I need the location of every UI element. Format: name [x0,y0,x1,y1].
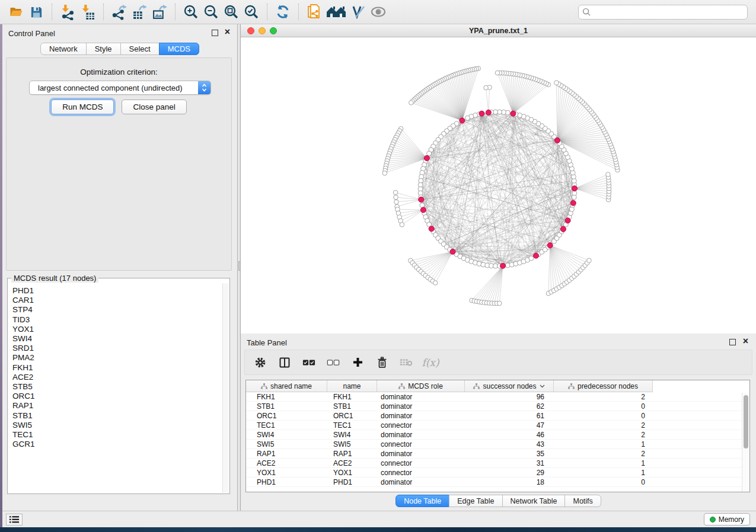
cell-shared_name[interactable]: STB1 [246,402,327,411]
cell-name[interactable]: YOX1 [327,468,377,477]
cell-mcds_role[interactable]: dominator [377,449,465,458]
cell-predecessor_nodes[interactable]: 0 [554,477,653,486]
cell-predecessor_nodes[interactable]: 1 [554,459,653,467]
criterion-dropdown[interactable]: largest connected component (undirected) [29,81,211,95]
cell-mcds_role[interactable]: dominator [377,430,465,439]
mcds-result-item[interactable]: FKH1 [12,363,221,373]
close-icon[interactable]: × [743,336,748,347]
apply-layout-button[interactable] [273,2,293,22]
mcds-result-item[interactable]: TID3 [12,315,221,325]
cell-name[interactable]: ACE2 [327,459,377,467]
cell-name[interactable]: RAP1 [327,449,377,458]
import-table-button[interactable] [78,2,98,22]
zoom-selected-button[interactable] [241,2,261,22]
open-session-button[interactable] [6,2,26,22]
column-header-MCDS-role[interactable]: MCDS role [377,380,465,392]
mcds-result-item[interactable]: ACE2 [12,373,221,382]
cell-shared_name[interactable]: YOX1 [246,468,327,477]
scrollbar-thumb[interactable] [744,395,748,448]
share-document-button[interactable] [304,2,324,22]
deselect-all-button[interactable] [326,355,340,370]
network-home-button[interactable] [324,2,348,22]
mcds-result-item[interactable]: STP4 [12,305,221,315]
tab-select[interactable]: Select [120,43,160,55]
mcds-result-item[interactable]: PHD1 [12,286,221,296]
table-row[interactable]: YOX1YOX1connector291 [246,468,749,477]
function-builder-button-disabled[interactable]: f(x) [423,355,438,370]
cell-name[interactable]: SWI5 [327,440,377,448]
cell-shared_name[interactable]: PHD1 [246,477,327,486]
show-hide-button[interactable] [368,2,388,22]
tab-node-table[interactable]: Node Table [395,495,449,507]
table-settings-button[interactable] [253,355,267,370]
table-row[interactable]: SWI4SWI4dominator462 [246,430,749,440]
cell-successor_nodes[interactable]: 31 [465,459,554,467]
table-row[interactable]: ACE2ACE2connector311 [246,459,749,468]
mcds-result-item[interactable]: SWI4 [12,334,221,344]
tab-motifs[interactable]: Motifs [564,495,601,507]
cell-name[interactable]: FKH1 [327,392,377,401]
table-row[interactable]: RAP1RAP1dominator352 [246,449,749,459]
cell-predecessor_nodes[interactable]: 1 [554,468,653,477]
column-header-name[interactable]: name [327,380,377,392]
float-window-icon[interactable] [729,339,736,345]
export-table-button[interactable] [129,2,149,22]
cell-shared_name[interactable]: FKH1 [246,392,327,401]
mcds-result-item[interactable]: GCR1 [12,440,221,449]
table-row[interactable]: ORC1ORC1dominator610 [246,411,749,421]
cell-predecessor_nodes[interactable]: 2 [554,392,653,401]
cell-shared_name[interactable]: TEC1 [246,421,327,430]
import-network-button[interactable] [58,2,78,22]
cell-successor_nodes[interactable]: 96 [465,392,554,401]
table-row[interactable]: SWI5SWI5connector431 [246,440,749,449]
cell-name[interactable]: ORC1 [327,411,377,420]
save-session-button[interactable] [26,2,46,22]
column-header-successor-nodes[interactable]: successor nodes [465,380,554,392]
cell-successor_nodes[interactable]: 46 [465,430,554,439]
tab-edge-table[interactable]: Edge Table [449,495,502,507]
cell-name[interactable]: PHD1 [327,477,377,486]
cell-mcds_role[interactable]: dominator [377,411,465,420]
cell-shared_name[interactable]: SWI5 [246,440,327,448]
close-panel-button[interactable]: Close panel [122,100,186,114]
cell-successor_nodes[interactable]: 43 [465,440,554,448]
memory-button[interactable]: Memory [704,513,750,525]
zoom-out-button[interactable] [201,2,221,22]
toggle-graphics-button[interactable] [348,2,368,22]
select-all-button[interactable] [302,355,316,370]
mcds-result-item[interactable]: SWI5 [12,421,221,430]
export-image-button[interactable] [149,2,170,22]
cell-successor_nodes[interactable]: 35 [465,449,554,458]
cell-predecessor_nodes[interactable]: 0 [554,402,653,411]
cell-mcds_role[interactable]: dominator [377,402,465,411]
table-scrollbar[interactable] [742,393,749,492]
export-network-button[interactable] [109,2,129,22]
cell-successor_nodes[interactable]: 61 [465,411,554,420]
fit-content-button[interactable] [221,2,241,22]
tab-style[interactable]: Style [86,43,121,55]
cell-name[interactable]: TEC1 [327,421,377,430]
mcds-result-item[interactable]: RAP1 [12,401,221,411]
cell-successor_nodes[interactable]: 29 [465,468,554,477]
cell-mcds_role[interactable]: connector [377,421,465,430]
mcds-result-item[interactable]: TEC1 [12,430,221,440]
split-panel-button[interactable] [277,355,292,370]
mcds-result-item[interactable]: CAR1 [12,296,221,305]
network-canvas[interactable] [241,37,756,334]
mcds-result-item[interactable]: SRD1 [12,344,221,353]
cell-shared_name[interactable]: RAP1 [246,449,327,458]
search-input[interactable] [591,6,744,18]
column-header-shared-name[interactable]: shared name [246,380,327,392]
table-row[interactable]: PHD1PHD1dominator180 [246,477,749,487]
tab-mcds[interactable]: MCDS [159,43,199,55]
float-window-icon[interactable] [212,30,218,36]
mcds-result-item[interactable]: ORC1 [12,392,221,401]
tab-network[interactable]: Network [40,43,87,55]
cell-predecessor_nodes[interactable]: 0 [554,411,653,420]
cell-name[interactable]: SWI4 [327,430,377,439]
cell-mcds_role[interactable]: connector [377,459,465,467]
cell-name[interactable]: STB1 [327,402,377,411]
cell-predecessor_nodes[interactable]: 2 [554,430,653,439]
add-column-button[interactable] [350,355,365,370]
column-header-predecessor-nodes[interactable]: predecessor nodes [554,380,653,392]
